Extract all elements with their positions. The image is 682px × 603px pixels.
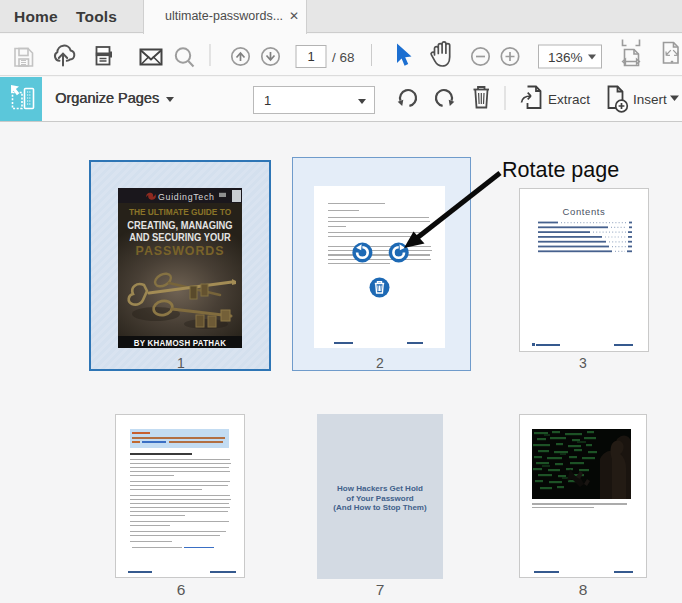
- svg-text:/ 68: / 68: [332, 50, 355, 65]
- svg-text:Insert: Insert: [633, 92, 667, 107]
- svg-text:Extract: Extract: [548, 92, 590, 107]
- svg-text:136%: 136%: [548, 50, 583, 65]
- svg-text:1: 1: [307, 49, 314, 64]
